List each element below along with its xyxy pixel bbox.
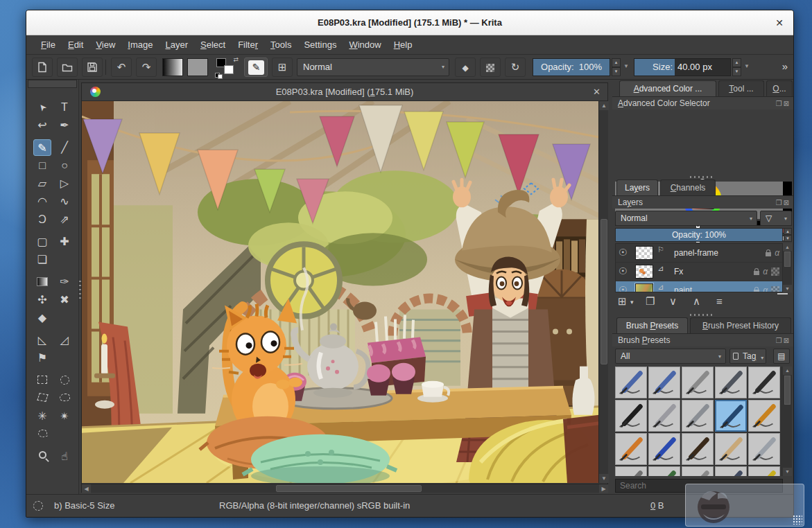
menu-file[interactable]: File [35, 35, 62, 55]
window-titlebar[interactable]: E08P03.kra [Modified] (175.1 MiB) * — Kr… [26, 10, 793, 35]
tab-brush-preset-history[interactable]: Brush Preset History [690, 317, 791, 333]
brush-scroll-thumb[interactable] [784, 376, 791, 405]
toolbox-handle[interactable] [28, 80, 77, 88]
tool-bezier-select[interactable] [33, 426, 51, 443]
vertical-scroll-thumb[interactable] [601, 219, 607, 364]
scroll-down-icon[interactable]: ▼ [599, 474, 609, 483]
float-docker-icon[interactable]: ❐ [776, 100, 784, 107]
visibility-eye-icon[interactable]: ☉ [619, 247, 628, 258]
brush-preset-tile[interactable] [648, 466, 680, 476]
menu-tools[interactable]: Tools [264, 35, 297, 55]
brush-preset-tile[interactable] [615, 433, 647, 465]
menu-settings[interactable]: Settings [297, 35, 343, 55]
swap-colors-icon[interactable]: ⇄ [233, 56, 239, 63]
brush-presets-header[interactable]: Brush Presets ❐⊠ [612, 333, 794, 346]
brush-preset-tile[interactable] [748, 400, 780, 432]
display-mode-button[interactable]: ▤ [773, 349, 790, 364]
reload-preset-button[interactable]: ↻ [505, 58, 526, 77]
layer-scroll-thumb[interactable] [784, 252, 791, 267]
lock-icon[interactable] [754, 271, 759, 275]
eraser-mode-button[interactable]: ◆ [455, 58, 476, 77]
scroll-up-icon[interactable]: ▲ [599, 101, 609, 110]
brush-preset-tile[interactable] [715, 433, 747, 465]
brush-preset-tile[interactable] [682, 400, 714, 432]
canvas-horizontal-scrollbar[interactable]: ◀ ▶ [82, 484, 608, 493]
preserve-alpha-button[interactable] [480, 58, 501, 77]
resize-grip[interactable] [793, 515, 802, 525]
chevron-down-icon[interactable]: ▼ [623, 63, 629, 69]
brush-preset-tile[interactable] [648, 400, 680, 432]
layer-properties-button[interactable]: ≡ [716, 295, 723, 307]
tab-layers[interactable]: Layers [616, 179, 658, 195]
new-document-button[interactable] [32, 58, 53, 77]
tool-move[interactable]: ✚ [55, 234, 74, 250]
alpha-lock-icon[interactable]: α [763, 285, 768, 292]
inherit-alpha-icon[interactable] [771, 286, 779, 292]
scroll-down-icon[interactable]: ▼ [783, 285, 792, 292]
tool-freehand-path[interactable]: ∿ [55, 193, 74, 210]
brush-preset-tile[interactable] [748, 466, 780, 476]
layer-thumbnail[interactable] [635, 265, 653, 279]
scroll-up-icon[interactable]: ▲ [783, 243, 792, 251]
menu-view[interactable]: View [89, 35, 121, 55]
layer-blending-dropdown[interactable]: Normal ▾ [615, 211, 757, 226]
gradient-swatch[interactable] [162, 58, 183, 76]
tool-magic-wand-select[interactable]: ✳ [33, 408, 51, 425]
layer-row-panel-frame[interactable]: ☉⚐panel-frameα [616, 244, 782, 263]
visibility-eye-icon[interactable]: ☉ [619, 284, 628, 292]
spin-up-icon[interactable]: ▲ [732, 58, 741, 67]
tool-pan[interactable]: ☝ [55, 448, 74, 465]
tool-color-picker[interactable]: ✑ [55, 274, 74, 290]
lock-icon[interactable] [766, 252, 771, 256]
blending-mode-dropdown[interactable]: Normal ▾ [297, 58, 449, 76]
close-docker-icon[interactable]: ⊠ [784, 100, 791, 107]
canvas[interactable] [82, 101, 599, 483]
tool-transform[interactable]: ▢ [33, 234, 51, 250]
menu-select[interactable]: Select [194, 35, 232, 55]
tool-line[interactable]: ╱ [55, 139, 74, 156]
brush-preset-tile[interactable] [748, 367, 780, 398]
tool-fill[interactable]: ◆ [33, 310, 51, 326]
layer-row-paint[interactable]: ☉⊿paintα [616, 281, 782, 292]
move-layer-up-button[interactable]: ∧ [693, 295, 700, 308]
menu-filter[interactable]: Filter [232, 35, 264, 55]
tool-polyline[interactable]: ▷ [55, 175, 74, 192]
visibility-eye-icon[interactable]: ☉ [619, 265, 628, 276]
tool-edit-shapes[interactable]: ↩ [33, 117, 51, 134]
splitter-handle[interactable] [690, 176, 715, 178]
menu-window[interactable]: Window [343, 35, 387, 55]
brush-preset-tile[interactable] [615, 466, 647, 476]
brush-filter-dropdown[interactable]: All ▾ [615, 349, 726, 364]
duplicate-layer-button[interactable]: ❐ [646, 295, 655, 308]
opacity-slider[interactable]: Opacity:100% [533, 58, 610, 76]
layer-scrollbar[interactable]: ▲ ▼ [783, 243, 792, 292]
brush-preset-tile[interactable] [715, 367, 747, 398]
brush-preset-tile[interactable] [615, 367, 647, 398]
layer-thumbnail[interactable] [635, 283, 653, 292]
tool-measure[interactable]: ◿ [55, 332, 74, 349]
brush-preset-tile[interactable] [682, 433, 714, 465]
add-layer-caret-icon[interactable]: ▾ [630, 299, 634, 306]
spin-up-icon[interactable]: ▲ [784, 228, 792, 235]
tool-enclose-fill[interactable]: ✖ [55, 292, 74, 308]
menu-help[interactable]: Help [388, 35, 419, 55]
brush-preset-tile[interactable] [615, 400, 647, 432]
scroll-down-icon[interactable]: ▼ [783, 468, 792, 476]
brush-preset-tile[interactable] [682, 367, 714, 398]
menu-image[interactable]: Image [121, 35, 159, 55]
tool-gradient[interactable] [33, 274, 51, 290]
tab-channels[interactable]: Channels [660, 179, 716, 195]
brush-preset-tile[interactable] [715, 400, 747, 432]
pattern-swatch[interactable] [187, 58, 208, 76]
size-slider[interactable]: Size:40.00 px [634, 58, 731, 76]
tool-select[interactable]: ➤ [33, 99, 51, 116]
layer-row-Fx[interactable]: ☉⊿Fxα [616, 263, 782, 281]
brush-preset-tile[interactable] [748, 433, 780, 465]
tool-zoom[interactable] [33, 448, 51, 465]
tool-calligraphy[interactable]: ✒ [55, 117, 74, 134]
redo-button[interactable]: ↷ [136, 58, 157, 77]
tab-overview[interactable]: O... [766, 80, 793, 96]
scroll-up-icon[interactable]: ▲ [783, 367, 792, 375]
layers-header[interactable]: Layers ❐⊠ [612, 195, 794, 209]
brush-preset-tile[interactable] [648, 433, 680, 465]
